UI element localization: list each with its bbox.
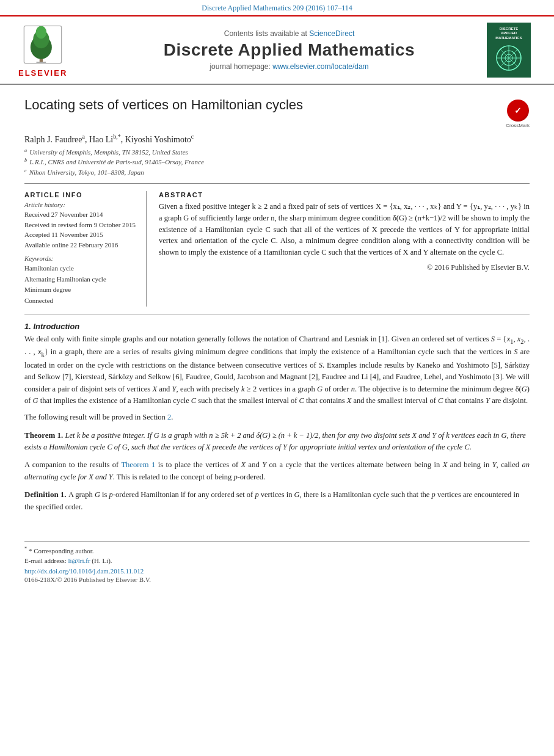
available-date: Available online 22 February 2016 (24, 240, 139, 250)
intro-paragraph-1: We deal only with finite simple graphs a… (24, 333, 530, 407)
keyword-2: Alternating Hamiltonian cycle (24, 274, 139, 285)
doi-link[interactable]: http://dx.doi.org/10.1016/j.dam.2015.11.… (24, 567, 144, 575)
journal-homepage-url[interactable]: www.elsevier.com/locate/dam (272, 62, 368, 71)
sciencedirect-link[interactable]: ScienceDirect (309, 29, 354, 38)
author2-sup: b,* (113, 133, 121, 140)
elsevier-wordmark: ELSEVIER (18, 68, 67, 78)
affiliations: a University of Memphis, Memphis, TN 381… (24, 147, 530, 178)
header-center: Contents lists available at ScienceDirec… (101, 23, 477, 78)
article-history: Article history: Received 27 November 20… (24, 201, 139, 250)
authors-line: Ralph J. Faudreea, Hao Lib,*, Kiyoshi Yo… (24, 133, 530, 145)
email-link[interactable]: li@lri.fr (68, 557, 90, 564)
elsevier-tree-icon (21, 23, 64, 66)
affil-b-text: L.R.I., CNRS and Université de Paris-sud… (29, 157, 204, 167)
affil-c: c Nihon University, Tokyo, 101–8308, Jap… (24, 167, 530, 178)
homepage-label: journal homepage: (210, 62, 270, 71)
history-label: Article history: (24, 201, 139, 208)
email-line: E-mail address: li@lri.fr (H. Li). (24, 556, 530, 566)
article-info-column: ARTICLE INFO Article history: Received 2… (24, 191, 147, 306)
article-content: Locating sets of vertices on Hamiltonian… (0, 85, 554, 531)
definition-1-block: Definition 1. A graph G is p-ordered Ham… (24, 489, 530, 513)
author3-sup: c (191, 133, 194, 140)
journal-title: Discrete Applied Mathematics (164, 40, 415, 60)
keywords-section: Keywords: Hamiltonian cycle Alternating … (24, 255, 139, 306)
definition-1-label: Definition 1. (24, 490, 67, 499)
svg-rect-5 (37, 62, 46, 64)
corresponding-sup: * (24, 546, 27, 551)
crossmark-label: CrossMark (506, 123, 530, 128)
article-info-heading: ARTICLE INFO (24, 191, 139, 198)
journal-citation: Discrete Applied Mathematics 209 (2016) … (202, 4, 352, 12)
cover-title: DISCRETEAPPLIEDMATHEMATICS (495, 27, 522, 40)
keyword-1: Hamiltonian cycle (24, 263, 139, 274)
abstract-text: Given a fixed positive integer k ≥ 2 and… (159, 201, 530, 258)
abstract-copyright: © 2016 Published by Elsevier B.V. (159, 263, 530, 272)
main-divider (24, 314, 530, 314)
theorem-1-text: Let k be a positive integer. If G is a g… (24, 431, 526, 451)
author1-sup: a (82, 133, 84, 140)
affil-c-text: Nihon University, Tokyo, 101–8308, Japan (29, 167, 144, 178)
header-left: ELSEVIER (18, 23, 92, 78)
corresponding-author-note: * * Corresponding author. (24, 545, 530, 556)
revised-date: Received in revised form 9 October 2015 (24, 220, 139, 230)
affil-a: a University of Memphis, Memphis, TN 381… (24, 147, 530, 158)
keyword-3: Minimum degree (24, 285, 139, 296)
top-banner: Discrete Applied Mathematics 209 (2016) … (0, 0, 554, 16)
affil-a-sup: a (24, 147, 27, 158)
received-date: Received 27 November 2014 (24, 209, 139, 220)
article-main-title: Locating sets of vertices on Hamiltonian… (24, 97, 496, 113)
two-column-section: ARTICLE INFO Article history: Received 2… (24, 183, 530, 306)
crossmark-icon: ✓ (507, 100, 529, 122)
cover-graphic (494, 43, 524, 73)
affil-b: b L.R.I., CNRS and Université de Paris-s… (24, 157, 530, 167)
affil-a-text: University of Memphis, Memphis, TN 38152… (29, 147, 188, 158)
author2-name: Hao Li (89, 135, 113, 144)
corresponding-label: * Corresponding author. (29, 547, 94, 554)
footer-area: * * Corresponding author. E-mail address… (24, 541, 530, 583)
doi-line: http://dx.doi.org/10.1016/j.dam.2015.11.… (24, 566, 530, 576)
email-suffix: (H. Li). (92, 557, 112, 564)
definition-1-text: A graph G is p-ordered Hamiltonian if fo… (24, 490, 519, 511)
section1-title: 1. Introduction (24, 322, 530, 331)
email-label: E-mail address: (24, 557, 67, 564)
abstract-column: ABSTRACT Given a fixed positive integer … (159, 191, 530, 306)
issn-line: 0166-218X/© 2016 Published by Elsevier B… (24, 576, 530, 583)
keywords-heading: Keywords: (24, 255, 139, 262)
sciencedirect-line: Contents lists available at ScienceDirec… (224, 29, 354, 38)
affil-c-sup: c (24, 167, 27, 178)
author1-name: Ralph J. Faudree (24, 135, 82, 144)
article-title-section: Locating sets of vertices on Hamiltonian… (24, 97, 530, 128)
intro-paragraph-2: The following result will be proved in S… (24, 412, 530, 423)
author3-name: Kiyoshi Yoshimoto (125, 135, 191, 144)
theorem-1-label: Theorem 1. (24, 431, 63, 440)
journal-homepage-line: journal homepage: www.elsevier.com/locat… (210, 62, 368, 71)
keyword-4: Connected (24, 296, 139, 307)
crossmark-badge[interactable]: ✓ CrossMark (506, 100, 530, 128)
theorem1-ref-link[interactable]: Theorem 1 (121, 460, 155, 469)
section2-link[interactable]: 2 (167, 413, 171, 421)
companion-paragraph: A companion to the results of Theorem 1 … (24, 459, 530, 483)
abstract-heading: ABSTRACT (159, 191, 530, 198)
accepted-date: Accepted 11 November 2015 (24, 230, 139, 240)
svg-point-3 (36, 26, 47, 38)
elsevier-logo: ELSEVIER (18, 23, 67, 78)
journal-cover-image: DISCRETEAPPLIEDMATHEMATICS (487, 23, 531, 78)
header-area: ELSEVIER Contents lists available at Sci… (0, 16, 554, 85)
header-right: DISCRETEAPPLIEDMATHEMATICS (487, 23, 536, 78)
affil-b-sup: b (24, 157, 27, 167)
contents-label: Contents lists available at (224, 29, 307, 38)
theorem-1-block: Theorem 1. Let k be a positive integer. … (24, 430, 530, 454)
